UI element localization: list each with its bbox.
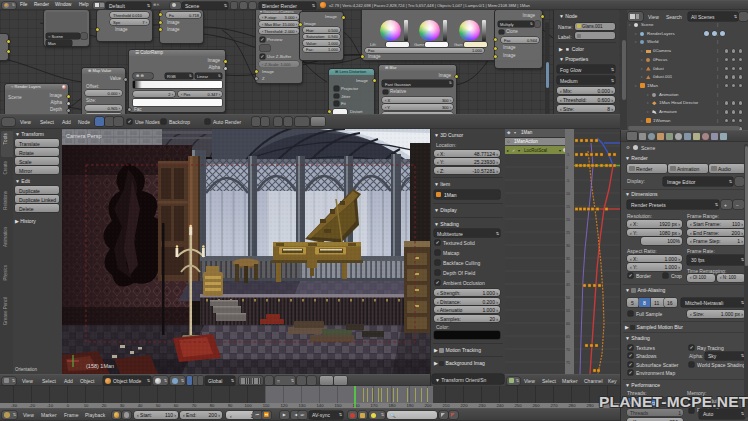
- svg-text:30: 30: [566, 244, 570, 248]
- svg-text:75: 75: [566, 361, 570, 365]
- svg-text:(158) 1Man: (158) 1Man: [86, 363, 114, 369]
- svg-text:0: 0: [566, 166, 568, 170]
- svg-text:50: 50: [566, 296, 570, 300]
- svg-text:55: 55: [566, 309, 570, 313]
- svg-text:15: 15: [566, 205, 570, 209]
- svg-text:35: 35: [566, 257, 570, 261]
- svg-text:70: 70: [566, 348, 570, 352]
- svg-text:40: 40: [566, 270, 570, 274]
- svg-text:65: 65: [566, 335, 570, 339]
- svg-text:45: 45: [566, 283, 570, 287]
- svg-text:-5: -5: [566, 153, 569, 157]
- svg-text:25: 25: [566, 231, 570, 235]
- svg-text:Camera Persp: Camera Persp: [66, 133, 101, 139]
- svg-text:20: 20: [566, 218, 570, 222]
- svg-text:-5: -5: [566, 179, 569, 183]
- svg-text:60: 60: [566, 322, 570, 326]
- svg-text:10: 10: [566, 192, 570, 196]
